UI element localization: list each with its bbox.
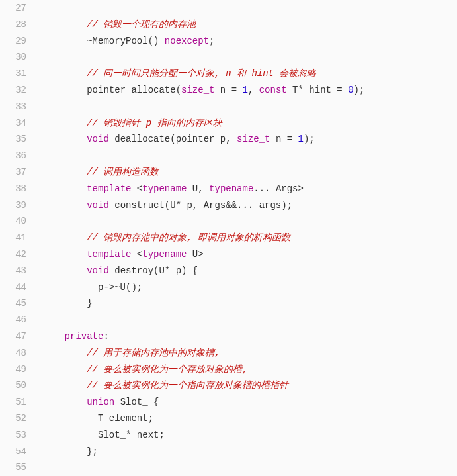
code-line[interactable]: // 要么被实例化为一个指向存放对象槽的槽指针 [42, 377, 457, 394]
token-plain: : [103, 331, 108, 342]
line-number: 47 [0, 328, 26, 345]
code-line[interactable]: ~MemoryPool() noexcept; [42, 33, 457, 50]
token-indent [42, 430, 98, 440]
code-line[interactable]: p->~U(); [42, 279, 457, 296]
token-indent [42, 118, 87, 128]
code-line[interactable] [42, 99, 457, 115]
token-num: 1 [298, 134, 304, 144]
code-line[interactable]: T element; [42, 410, 457, 427]
line-number: 40 [0, 213, 26, 230]
token-indent [42, 265, 87, 276]
token-plain: } [87, 298, 92, 309]
code-line[interactable] [42, 459, 457, 476]
token-plain: ... Args> [253, 183, 304, 194]
token-indent [42, 134, 87, 144]
line-number: 33 [0, 99, 26, 115]
token-plain: destroy(U* p) { [109, 265, 198, 276]
token-plain: T element; [98, 413, 153, 424]
token-indent [42, 183, 87, 194]
token-plain: pointer allocate( [87, 85, 181, 95]
line-number: 27 [0, 0, 26, 17]
token-indent [42, 68, 87, 79]
token-plain: ; [209, 36, 214, 46]
token-plain: p->~U(); [98, 282, 142, 293]
line-number: 38 [0, 181, 26, 197]
code-line[interactable]: // 用于存储内存池中的对象槽, [42, 345, 457, 361]
line-number: 31 [0, 66, 26, 82]
token-plain: ~MemoryPool() [87, 36, 165, 46]
token-comment: // 用于存储内存池中的对象槽, [87, 348, 220, 358]
token-indent [42, 200, 87, 211]
code-editor-area[interactable]: // 销毁一个现有的内存池 ~MemoryPool() noexcept; //… [37, 0, 457, 476]
token-keyword: template [87, 249, 131, 260]
code-line[interactable]: // 销毁内存池中的对象, 即调用对象的析构函数 [42, 230, 457, 246]
code-line[interactable]: // 要么被实例化为一个存放对象的槽, [42, 361, 457, 378]
line-number: 43 [0, 263, 26, 279]
line-number: 30 [0, 49, 26, 66]
line-number: 28 [0, 17, 26, 33]
token-indent [42, 413, 98, 424]
code-line[interactable]: pointer allocate(size_t n = 1, const T* … [42, 82, 457, 99]
code-line[interactable] [42, 49, 457, 66]
token-plain: < [131, 249, 142, 260]
token-indent [42, 36, 87, 46]
line-number: 34 [0, 115, 26, 132]
code-line[interactable] [42, 312, 457, 328]
code-line[interactable]: }; [42, 444, 457, 460]
token-keyword: typename [142, 249, 187, 260]
token-indent [42, 331, 65, 342]
token-indent [42, 348, 87, 358]
code-line[interactable] [42, 213, 457, 230]
token-plain: n = [214, 85, 242, 95]
token-plain: T* hint = [287, 85, 348, 95]
line-number: 36 [0, 148, 26, 164]
code-line[interactable]: template <typename U> [42, 246, 457, 263]
code-line[interactable]: union Slot_ { [42, 394, 457, 410]
code-line[interactable]: void destroy(U* p) { [42, 263, 457, 279]
line-number: 37 [0, 164, 26, 181]
token-indent [42, 282, 98, 293]
code-line[interactable]: // 销毁指针 p 指向的内存区块 [42, 115, 457, 132]
token-plain: }; [87, 446, 98, 457]
line-number: 54 [0, 444, 26, 460]
token-keyword: noexcept [165, 36, 209, 46]
token-keyword: const [259, 85, 287, 95]
token-keyword: typename [142, 183, 187, 194]
token-keyword: void [87, 265, 109, 276]
code-line[interactable]: } [42, 295, 457, 312]
token-plain: deallocate(pointer p, [109, 134, 237, 144]
token-indent [42, 19, 87, 30]
token-plain: < [131, 183, 142, 194]
code-line[interactable]: // 销毁一个现有的内存池 [42, 17, 457, 33]
token-plain: construct(U* p, Args&&... args); [109, 200, 292, 211]
token-comment: // 调用构造函数 [87, 167, 159, 177]
line-number: 53 [0, 427, 26, 444]
line-number: 39 [0, 197, 26, 214]
token-plain: U, [187, 183, 209, 194]
line-number: 45 [0, 295, 26, 312]
line-number: 55 [0, 459, 26, 476]
code-line[interactable]: void construct(U* p, Args&&... args); [42, 197, 457, 214]
code-line[interactable]: void deallocate(pointer p, size_t n = 1)… [42, 131, 457, 148]
code-line[interactable]: private: [42, 328, 457, 345]
line-number: 41 [0, 230, 26, 246]
token-plain: Slot_* next; [98, 430, 165, 440]
code-line[interactable]: // 调用构造函数 [42, 164, 457, 181]
token-comment: // 同一时间只能分配一个对象, n 和 hint 会被忽略 [87, 68, 316, 79]
token-keyword: private [65, 331, 104, 342]
code-line[interactable]: template <typename U, typename... Args> [42, 181, 457, 197]
token-indent [42, 232, 87, 243]
code-line[interactable] [42, 0, 457, 17]
line-number-gutter: 2728293031323334353637383940414243444546… [0, 0, 37, 476]
token-indent [42, 249, 87, 260]
code-line[interactable] [42, 148, 457, 164]
token-keyword: size_t [237, 134, 270, 144]
token-plain: n = [270, 134, 298, 144]
token-indent [42, 397, 87, 407]
token-keyword: typename [209, 183, 253, 194]
code-line[interactable]: // 同一时间只能分配一个对象, n 和 hint 会被忽略 [42, 66, 457, 82]
token-indent [42, 364, 87, 375]
code-line[interactable]: Slot_* next; [42, 427, 457, 444]
token-num: 1 [242, 85, 247, 95]
line-number: 51 [0, 394, 26, 410]
